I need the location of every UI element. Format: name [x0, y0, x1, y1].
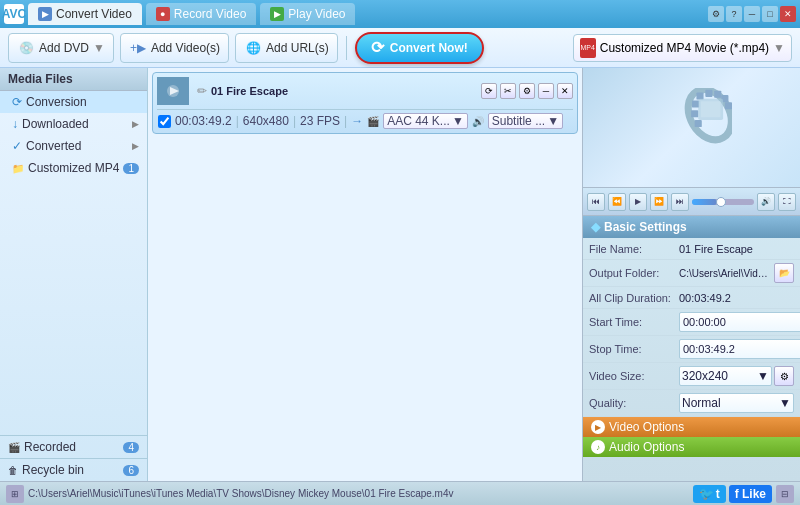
sidebar-item-conversion[interactable]: ⟳ Conversion: [0, 91, 147, 113]
close-button[interactable]: ✕: [780, 6, 796, 22]
status-nav-right[interactable]: ⊟: [776, 485, 794, 503]
format-selector[interactable]: MP4 Customized MP4 Movie (*.mp4) ▼: [573, 34, 792, 62]
playback-thumb[interactable]: [716, 197, 726, 207]
audio-dropdown[interactable]: AAC 44 K... ▼: [383, 113, 468, 129]
sidebar-item-recycle-bin[interactable]: 🗑 Recycle bin 6: [0, 458, 147, 481]
facebook-button[interactable]: f Like: [729, 485, 772, 503]
help-icon[interactable]: ?: [726, 6, 742, 22]
settings-row-quality: Quality: Normal ▼: [583, 390, 800, 417]
settings-row-duration: All Clip Duration: 00:03:49.2: [583, 287, 800, 309]
sidebar-spacer: [0, 179, 147, 435]
quality-select[interactable]: Normal ▼: [679, 393, 794, 413]
recycle-bin-badge: 6: [123, 465, 139, 476]
audio-options-header[interactable]: ♪ Audio Options: [583, 437, 800, 457]
settings-icon[interactable]: ⚙: [708, 6, 724, 22]
edit-icon: ✏: [197, 84, 207, 98]
settings-header: ◆ Basic Settings: [583, 216, 800, 238]
playback-progress: [692, 199, 717, 205]
cut-file-button[interactable]: ✂: [500, 83, 516, 99]
file-fps: 23 FPS: [300, 114, 340, 128]
add-videos-icon: +▶: [129, 39, 147, 57]
app-logo: AVC: [4, 4, 24, 24]
video-options-header[interactable]: ▶ Video Options: [583, 417, 800, 437]
fast-forward-button[interactable]: ⏩: [650, 193, 668, 211]
preview-area: [583, 68, 800, 188]
add-url-button[interactable]: 🌐 Add URL(s): [235, 33, 338, 63]
title-bar: AVC ▶ Convert Video ● Record Video ▶ Pla…: [0, 0, 800, 28]
browse-folder-button[interactable]: 📂: [774, 263, 794, 283]
svg-rect-13: [700, 101, 720, 117]
sidebar-item-downloaded[interactable]: ↓ Downloaded ▶: [0, 113, 147, 135]
volume-button[interactable]: 🔊: [757, 193, 775, 211]
converted-arrow: ▶: [132, 141, 139, 151]
sidebar: Media Files ⟳ Conversion ↓ Downloaded ▶ …: [0, 68, 148, 481]
social-buttons: 🐦 t f Like: [693, 485, 772, 503]
settings-row-stop-time: Stop Time:: [583, 336, 800, 363]
file-list: ✏ 01 Fire Escape ⟳ ✂ ⚙ ─ ✕: [148, 68, 582, 481]
sidebar-item-converted[interactable]: ✓ Converted ▶: [0, 135, 147, 157]
output-folder-value: C:\Users\Ariel\Videos\A...: [679, 268, 772, 279]
stop-time-input[interactable]: [679, 339, 800, 359]
video-size-select[interactable]: 320x240 ▼: [679, 366, 772, 386]
add-url-icon: 🌐: [244, 39, 262, 57]
svg-rect-8: [724, 102, 731, 109]
skip-end-button[interactable]: ⏭: [671, 193, 689, 211]
audio-options-icon: ♪: [591, 440, 605, 454]
minimize-file-button[interactable]: ─: [538, 83, 554, 99]
svg-rect-6: [714, 90, 721, 97]
right-panel: ⏮ ⏪ ▶ ⏩ ⏭ 🔊 ⛶ ◆ Basic Settings File Name…: [582, 68, 800, 481]
minimize-button[interactable]: ─: [744, 6, 760, 22]
add-videos-button[interactable]: +▶ Add Video(s): [120, 33, 229, 63]
twitter-icon: 🐦: [699, 487, 714, 501]
settings-file-button[interactable]: ⚙: [519, 83, 535, 99]
video-size-gear-button[interactable]: ⚙: [774, 366, 794, 386]
recorded-icon: 🎬: [8, 442, 20, 453]
fullscreen-button[interactable]: ⛶: [778, 193, 796, 211]
record-tab-label: Record Video: [174, 7, 247, 21]
file-checkbox-input[interactable]: [158, 115, 171, 128]
converted-icon: ✓: [12, 139, 22, 153]
play-tab-icon: ▶: [270, 7, 284, 21]
add-dvd-dropdown-arrow[interactable]: ▼: [93, 41, 105, 55]
maximize-button[interactable]: □: [762, 6, 778, 22]
start-time-input[interactable]: [679, 312, 800, 332]
refresh-file-button[interactable]: ⟳: [481, 83, 497, 99]
subtitle-dropdown[interactable]: Subtitle ... ▼: [488, 113, 563, 129]
video-size-arrow: ▼: [757, 369, 769, 383]
convert-now-button[interactable]: ⟳ Convert Now!: [355, 32, 484, 64]
tab-play[interactable]: ▶ Play Video: [260, 3, 355, 25]
tab-convert[interactable]: ▶ Convert Video: [28, 3, 142, 25]
customized-mp4-badge: 1: [123, 163, 139, 174]
file-item: ✏ 01 Fire Escape ⟳ ✂ ⚙ ─ ✕: [152, 72, 578, 134]
status-nav-left[interactable]: ⊞: [6, 485, 24, 503]
play-button[interactable]: ▶: [629, 193, 647, 211]
video-icon: 🎬: [367, 116, 379, 127]
convert-now-icon: ⟳: [371, 38, 384, 57]
file-checkbox[interactable]: [157, 114, 171, 128]
file-thumbnail: [157, 77, 189, 105]
play-tab-label: Play Video: [288, 7, 345, 21]
conversion-icon: ⟳: [12, 95, 22, 109]
add-dvd-icon: 💿: [17, 39, 35, 57]
add-dvd-button[interactable]: 💿 Add DVD ▼: [8, 33, 114, 63]
playback-slider[interactable]: [692, 199, 754, 205]
svg-rect-10: [691, 110, 698, 117]
rewind-button[interactable]: ⏪: [608, 193, 626, 211]
svg-rect-11: [694, 120, 701, 127]
status-path: C:\Users\Ariel\Music\iTunes\iTunes Media…: [28, 488, 689, 499]
sidebar-item-customized-mp4[interactable]: 📁 Customized MP4 1: [0, 157, 147, 179]
skip-start-button[interactable]: ⏮: [587, 193, 605, 211]
quality-arrow: ▼: [779, 396, 791, 410]
svg-rect-5: [705, 89, 712, 96]
file-item-header: ✏ 01 Fire Escape ⟳ ✂ ⚙ ─ ✕: [157, 77, 573, 110]
close-file-button[interactable]: ✕: [557, 83, 573, 99]
downloaded-icon: ↓: [12, 117, 18, 131]
tab-record[interactable]: ● Record Video: [146, 3, 257, 25]
app-name: AVC: [2, 7, 26, 21]
status-bar: ⊞ C:\Users\Ariel\Music\iTunes\iTunes Med…: [0, 481, 800, 505]
twitter-button[interactable]: 🐦 t: [693, 485, 726, 503]
film-reel-graphic: [652, 88, 732, 168]
window-controls: ⚙ ? ─ □ ✕: [708, 6, 796, 22]
sidebar-item-recorded[interactable]: 🎬 Recorded 4: [0, 435, 147, 458]
playback-controls: ⏮ ⏪ ▶ ⏩ ⏭ 🔊 ⛶: [583, 188, 800, 216]
